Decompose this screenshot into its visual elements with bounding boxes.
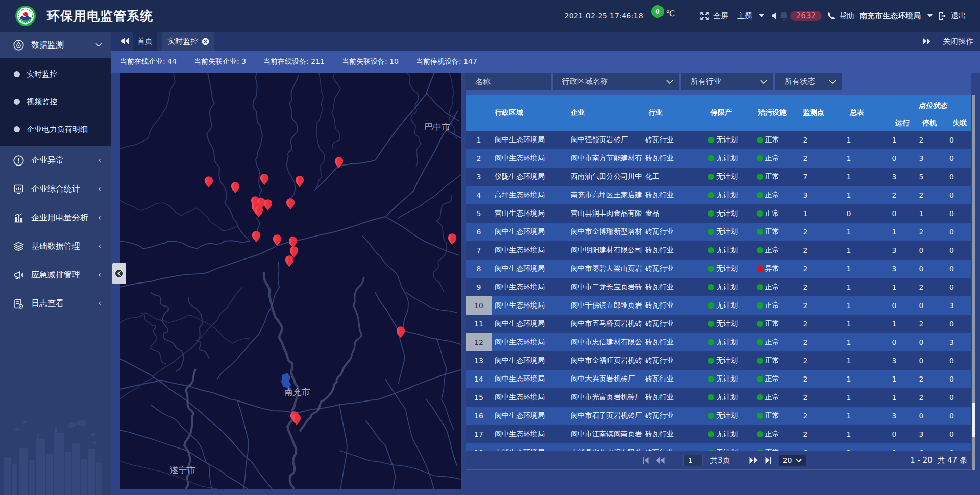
map-pin-icon[interactable] bbox=[448, 233, 456, 247]
next-page-icon[interactable] bbox=[749, 456, 758, 464]
table-scrollbar[interactable] bbox=[972, 95, 975, 470]
map-pin-icon[interactable] bbox=[255, 206, 263, 219]
table-row-11[interactable]: 11阆中生态环境局阆中市五马桥页岩机砖砖瓦行业无计划正常21120 bbox=[466, 315, 971, 333]
map-pin-icon[interactable] bbox=[231, 182, 239, 195]
map-pin-icon[interactable] bbox=[285, 255, 293, 269]
table-row-5[interactable]: 5营山生态环境局营山县润丰肉食品有限食品无计划正常10010 bbox=[466, 204, 971, 223]
cell-industry: 砖瓦行业 bbox=[642, 301, 706, 310]
table-row-14[interactable]: 14阆中生态环境局阆中大兴页岩机砖厂砖瓦行业无计划正常21120 bbox=[466, 370, 971, 388]
cell-lost: 0 bbox=[932, 357, 971, 365]
sidebar-item-1[interactable]: 企业异常‹ bbox=[0, 146, 111, 175]
cell-company: 阆中市江南镇阆南页岩 bbox=[567, 430, 642, 439]
map-line bbox=[339, 451, 461, 479]
status-select[interactable]: 所有状态 bbox=[775, 73, 842, 90]
map-pin-icon[interactable] bbox=[273, 234, 281, 248]
table-row-9[interactable]: 9阆中生态环境局阆中市二龙长宝页岩砖砖瓦行业无计划正常21120 bbox=[466, 278, 971, 296]
table-row-18[interactable]: 18南部生态环境局南部县砌化水泥有限公砖瓦行业无计划正常62060 bbox=[466, 443, 971, 451]
table-row-6[interactable]: 6阆中生态环境局阆中市金博瑞新型墙材砖瓦行业无计划正常21120 bbox=[466, 223, 971, 241]
map-pin-icon[interactable] bbox=[252, 231, 260, 244]
map-pin-icon[interactable] bbox=[296, 176, 304, 189]
map-pin-icon[interactable] bbox=[205, 176, 213, 190]
help-button[interactable]: 帮助 bbox=[827, 0, 854, 32]
sidebar-subitem-1[interactable]: 实时监控 bbox=[0, 60, 111, 88]
name-search-input[interactable] bbox=[466, 73, 551, 90]
panel-collapse-handle[interactable] bbox=[112, 263, 126, 284]
sidebar-group-data-monitor[interactable]: 数据监测 bbox=[0, 32, 111, 58]
cell-facility: 正常 bbox=[753, 209, 791, 218]
cell-region: 高坪生态环境局 bbox=[492, 191, 567, 200]
cell-stop: 2 bbox=[911, 228, 932, 236]
status-dot-green bbox=[757, 137, 763, 143]
sidebar-item-5[interactable]: 应急减排管理‹ bbox=[0, 261, 111, 289]
tabs-scroll-right-icon[interactable] bbox=[923, 38, 930, 45]
map-line bbox=[385, 217, 459, 255]
cell-facility: 正常 bbox=[753, 393, 791, 402]
table-row-7[interactable]: 7阆中生态环境局阆中明阳建材有限公司砖瓦行业无计划正常21300 bbox=[466, 241, 971, 260]
region-select[interactable]: 行政区域名称 bbox=[553, 73, 679, 90]
sidebar-item-4[interactable]: 基础数据管理‹ bbox=[0, 232, 111, 261]
table-row-3[interactable]: 3仪陇生态环境局西南油气田分公司川中化工无计划正常71350 bbox=[466, 168, 971, 186]
cell-stop: 0 bbox=[911, 246, 932, 254]
tab-home[interactable]: 首页 bbox=[133, 32, 157, 51]
cell-company: 南充市高坪区王家店建 bbox=[567, 191, 642, 200]
cell-run: 3 bbox=[878, 246, 911, 254]
scrollbar-thumb[interactable] bbox=[972, 403, 975, 437]
tab-realtime-monitor[interactable]: 实时监控 bbox=[162, 32, 214, 51]
map-line bbox=[151, 292, 184, 371]
industry-select[interactable]: 所有行业 bbox=[681, 73, 773, 90]
col-facility: 治污设施 bbox=[753, 108, 791, 117]
map-line bbox=[434, 195, 452, 292]
sidebar-item-6[interactable]: 日志查看‹ bbox=[0, 289, 111, 318]
close-operations-button[interactable]: 关闭操作 bbox=[943, 37, 973, 46]
map-line bbox=[120, 359, 272, 489]
sidebar-item-3[interactable]: 企业用电量分析‹ bbox=[0, 203, 111, 232]
cell-facility: 正常 bbox=[753, 411, 791, 420]
theme-dropdown[interactable]: 主题 bbox=[737, 0, 764, 32]
cell-stop: 0 bbox=[911, 357, 932, 365]
page-number-input[interactable] bbox=[683, 455, 703, 466]
prev-page-icon[interactable] bbox=[656, 456, 665, 464]
table-row-12[interactable]: 12阆中生态环境局阆中市忠信建材有限公砖瓦行业无计划正常21003 bbox=[466, 333, 971, 351]
logout-button[interactable]: 退出 bbox=[938, 0, 966, 32]
tab-close-icon[interactable] bbox=[202, 38, 209, 45]
table-row-15[interactable]: 15阆中生态环境局阆中市光富页岩机砖厂砖瓦行业无计划正常21120 bbox=[466, 388, 971, 407]
cell-lost: 0 bbox=[932, 375, 971, 383]
table-row-13[interactable]: 13阆中生态环境局阆中市金福旺页岩机砖砖瓦行业无计划正常21300 bbox=[466, 351, 971, 370]
cell-company: 阆中强锐页岩砖厂 bbox=[567, 135, 642, 145]
map-pin-icon[interactable] bbox=[397, 326, 405, 340]
page-size-select[interactable]: 20 bbox=[779, 455, 806, 466]
sidebar-subitem-2[interactable]: 视频监控 bbox=[0, 88, 111, 115]
first-page-icon[interactable] bbox=[642, 456, 649, 464]
map-pin-icon[interactable] bbox=[286, 198, 295, 211]
cell-industry: 砖瓦行业 bbox=[642, 191, 706, 200]
cell-meters: 1 bbox=[820, 191, 878, 199]
notification-bell[interactable]: 2632 bbox=[779, 0, 822, 32]
table-row-1[interactable]: 1阆中生态环境局阆中强锐页岩砖厂砖瓦行业无计划正常21120 bbox=[466, 131, 971, 149]
table-row-8[interactable]: 8阆中生态环境局阆中市枣碧大梁山页岩砖瓦行业无计划异常21300 bbox=[466, 260, 971, 278]
map-pin-icon[interactable] bbox=[264, 199, 272, 213]
map-panel[interactable]: 巴中市南充市遂宁市 bbox=[120, 73, 461, 489]
org-dropdown[interactable]: 南充市生态环境局 bbox=[860, 0, 933, 32]
tabs-scroll-left-icon[interactable] bbox=[120, 37, 129, 45]
mute-button[interactable] bbox=[771, 0, 779, 32]
table-row-17[interactable]: 17阆中生态环境局阆中市江南镇阆南页岩砖瓦行业无计划正常21030 bbox=[466, 425, 971, 443]
sidebar-item-2[interactable]: 企业综合统计‹ bbox=[0, 175, 111, 203]
cell-lost: 3 bbox=[932, 301, 971, 310]
fullscreen-icon bbox=[700, 11, 709, 21]
collapse-circle bbox=[115, 270, 123, 277]
cell-stop: 3 bbox=[911, 154, 932, 162]
map-pin-icon[interactable] bbox=[260, 174, 268, 187]
map-pin-icon[interactable] bbox=[292, 414, 301, 427]
map-line bbox=[362, 236, 408, 328]
fullscreen-button[interactable]: 全屏 bbox=[700, 0, 728, 32]
table-row-4[interactable]: 4高坪生态环境局南充市高坪区王家店建砖瓦行业无计划正常31220 bbox=[466, 186, 971, 204]
status-dot-green bbox=[708, 413, 714, 419]
chevron-down-icon bbox=[759, 14, 764, 17]
bullet-dot-icon bbox=[14, 99, 20, 105]
last-page-icon[interactable] bbox=[765, 456, 772, 464]
table-row-10[interactable]: 10阆中生态环境局阆中千佛镇五郎垭页岩砖瓦行业无计划正常21003 bbox=[466, 296, 971, 315]
table-row-2[interactable]: 2阆中生态环境局阆中市南方节能建材有砖瓦行业无计划正常21030 bbox=[466, 149, 971, 168]
table-row-16[interactable]: 16阆中生态环境局阆中市石子页岩机砖厂砖瓦行业无计划正常21300 bbox=[466, 407, 971, 425]
sidebar-subitem-3[interactable]: 企业电力负荷明细 bbox=[0, 115, 111, 143]
map-line bbox=[296, 370, 461, 413]
